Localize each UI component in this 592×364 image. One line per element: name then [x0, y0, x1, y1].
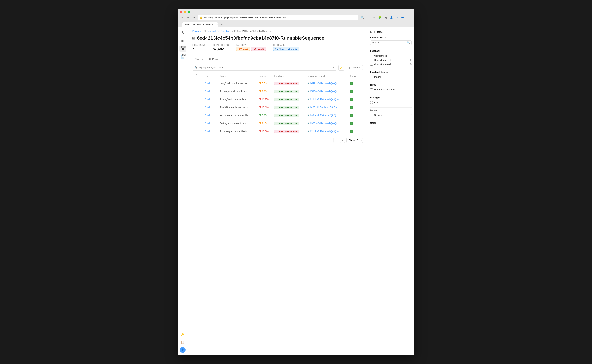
row-checkbox[interactable] — [194, 98, 197, 100]
row-expand-cell: › — [199, 87, 203, 95]
row-checkbox[interactable] — [194, 114, 197, 117]
row-run-type: Chain — [203, 79, 218, 87]
row-reference-link[interactable]: 🔗 #1dc9 @ Retrieval QA Que... — [307, 98, 346, 101]
new-tab-button[interactable]: + — [219, 22, 224, 27]
row-reference-link[interactable]: 🔗 #21cb @ Retrieval QA Que... — [307, 130, 346, 133]
row-reference-link[interactable]: 🔗 #a8cc @ Retrieval QA Qu... — [307, 114, 346, 117]
address-bar[interactable]: 🔒 smith.langchain.com/projects/p/da05d8b… — [198, 15, 358, 20]
bookmark-button[interactable]: ☆ — [371, 15, 376, 20]
sidebar-icon-sidebar-toggle[interactable]: ▣ — [179, 38, 186, 44]
extension-button[interactable]: 🧩 — [377, 15, 382, 20]
filter-item-checkbox[interactable] — [370, 63, 373, 65]
next-page-button[interactable]: › — [340, 138, 345, 143]
row-menu-button[interactable]: ⋮ — [355, 129, 359, 133]
share-button[interactable]: ⬆ — [365, 15, 370, 20]
row-status: ✓ ⋮ — [348, 95, 363, 103]
chain-link[interactable]: Chain — [205, 98, 211, 101]
prev-page-button[interactable]: ‹ — [333, 138, 338, 143]
user-avatar[interactable]: 👤 — [180, 347, 186, 353]
row-menu-button[interactable]: ⋮ — [355, 81, 359, 85]
profile-button[interactable]: 👤 — [389, 15, 394, 20]
filter-item-checkbox[interactable] — [370, 55, 373, 57]
tab-all-runs[interactable]: All Runs — [206, 56, 221, 62]
wand-button[interactable]: ✨ — [338, 65, 344, 71]
row-menu-button[interactable]: ⋮ — [355, 89, 359, 93]
status-success-icon: ✓ — [350, 130, 353, 133]
row-reference-link[interactable]: 🔗 #9639 @ Retrieval QA Qu... — [307, 122, 346, 125]
search-clear-button[interactable]: ✕ — [332, 66, 335, 69]
filter-section-full-text: Full-Text Search 🔍 — [370, 36, 411, 45]
search-input[interactable] — [199, 66, 331, 69]
chain-link[interactable]: Chain — [205, 114, 211, 117]
chain-link[interactable]: Chain — [205, 82, 211, 85]
show-count-select[interactable]: Show 10 Show 25 Show 50 — [346, 138, 363, 143]
sidebar-icon-file[interactable]: 📋 — [179, 339, 186, 345]
filter-item-count: 7 — [410, 101, 411, 104]
filter-item-checkbox[interactable] — [370, 101, 373, 104]
reload-button[interactable]: ↻ — [191, 15, 196, 20]
sidebar-icon-key[interactable]: 🔑 — [179, 331, 186, 338]
sort-icon: ↕ — [268, 75, 269, 77]
external-link-icon: 🔗 — [307, 90, 309, 92]
tab-close-button[interactable]: ✕ — [216, 24, 218, 26]
traffic-light-maximize[interactable] — [188, 11, 190, 13]
select-all-checkbox[interactable] — [194, 74, 197, 77]
chain-link[interactable]: Chain — [205, 90, 211, 93]
filter-search-wrap: 🔍 — [370, 40, 411, 45]
sidebar-toggle-button[interactable]: ▣ — [383, 15, 388, 20]
filter-item-checkbox[interactable] — [370, 114, 373, 117]
breadcrumb-projects[interactable]: Projects — [192, 30, 201, 32]
columns-button[interactable]: ||| Columns — [346, 65, 363, 70]
row-expand-button[interactable]: › — [201, 122, 201, 125]
sidebar-icon-grid[interactable]: ⊞ 105 — [179, 46, 186, 52]
row-checkbox[interactable] — [194, 122, 197, 124]
row-menu-button[interactable]: ⋮ — [355, 121, 359, 125]
forward-button[interactable]: → — [186, 15, 191, 20]
row-checkbox[interactable] — [194, 130, 197, 132]
row-expand-button[interactable]: › — [201, 90, 201, 93]
back-button[interactable]: ← — [180, 15, 185, 20]
chain-link[interactable]: Chain — [205, 106, 211, 109]
row-menu-button[interactable]: ⋮ — [355, 113, 359, 117]
row-reference-link[interactable]: 🔗 #425f @ Retrieval QA Qu... — [307, 106, 346, 109]
row-expand-button[interactable]: › — [201, 98, 201, 101]
row-reference-link[interactable]: 🔗 #533e @ Retrieval QA Qu... — [307, 90, 346, 93]
stat-total-tokens: TOTAL TOKENS 57,692 — [213, 44, 229, 51]
traffic-light-minimize[interactable] — [184, 11, 186, 13]
row-checkbox[interactable] — [194, 90, 197, 92]
traffic-light-close[interactable] — [180, 11, 182, 13]
breadcrumb-retrieval-qa[interactable]: Retrieval QA Questions — [207, 30, 231, 32]
tab-traces[interactable]: Traces — [192, 56, 206, 62]
row-reference-link[interactable]: 🔗 #d492 @ Retrieval QA Qu... — [307, 82, 346, 85]
header-latency[interactable]: Latency ↕ — [257, 73, 273, 79]
row-checkbox[interactable] — [194, 105, 197, 109]
external-link-icon: 🔗 — [307, 114, 309, 117]
chain-link[interactable]: Chain — [205, 130, 211, 133]
row-expand-cell: › — [199, 119, 203, 127]
sidebar-icon-tools[interactable]: 🛠 — [179, 29, 186, 36]
tab-title: 6ed4213fc4c54b3fbcfdd9cba... — [185, 24, 215, 26]
row-menu-button[interactable]: ⋮ — [355, 105, 359, 109]
row-expand-button[interactable]: › — [201, 114, 201, 117]
header-status: Status — [348, 73, 363, 79]
row-feedback: CORRECTNESS: 1.00 — [272, 119, 305, 127]
search-browser-button[interactable]: 🔍 — [360, 15, 365, 20]
row-expand-button[interactable]: › — [201, 130, 201, 133]
row-output-text: A LangSmith dataset is a c... — [220, 98, 250, 101]
filter-item-checkbox[interactable] — [370, 76, 373, 78]
chain-link[interactable]: Chain — [205, 122, 211, 125]
row-menu-button[interactable]: ⋮ — [355, 97, 359, 101]
breadcrumb-retrieval-icon: ⊞ — [204, 29, 206, 32]
active-tab[interactable]: 6ed4213fc4c54b3fbcfdd9cba... ✕ — [182, 22, 218, 27]
row-feedback-badge: CORRECTNESS: 1.00 — [274, 105, 299, 109]
row-output-text: Setting environment varia... — [220, 122, 249, 125]
row-expand-button[interactable]: › — [201, 82, 201, 85]
update-button[interactable]: Update — [395, 15, 406, 20]
filter-item-checkbox[interactable] — [370, 59, 373, 61]
row-checkbox[interactable] — [194, 82, 197, 84]
filter-search-input[interactable] — [372, 41, 406, 44]
sidebar-icon-document[interactable]: 📄 17 — [179, 53, 186, 60]
more-options-button[interactable]: ⋮ — [407, 15, 412, 20]
filter-item-checkbox[interactable] — [370, 88, 373, 91]
row-expand-button[interactable]: › — [201, 106, 201, 109]
